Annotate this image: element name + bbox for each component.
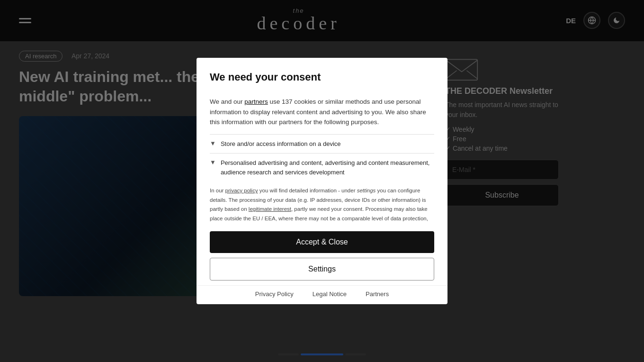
consent-toggle-1[interactable]: ▼ xyxy=(210,139,216,147)
partners-footer-link[interactable]: Partners xyxy=(366,290,389,298)
legitimate-interest-link[interactable]: legitimate interest xyxy=(249,206,291,212)
privacy-policy-link[interactable]: privacy policy xyxy=(225,188,258,193)
consent-toggle-2[interactable]: ▼ xyxy=(210,158,216,166)
modal-actions: Accept & Close Settings xyxy=(197,226,447,285)
consent-option-1: ▼ Store and/or access information on a d… xyxy=(210,134,434,154)
modal-legal-text: In our privacy policy you will find deta… xyxy=(210,186,434,226)
legal-notice-link[interactable]: Legal Notice xyxy=(313,290,347,298)
consent-option-2: ▼ Personalised advertising and content, … xyxy=(210,153,434,181)
consent-modal: We need your consent We and our partners… xyxy=(197,58,447,304)
privacy-policy-footer-link[interactable]: Privacy Policy xyxy=(255,290,294,298)
modal-footer: Privacy Policy Legal Notice Partners xyxy=(197,285,447,304)
partners-link[interactable]: partners xyxy=(244,98,268,105)
settings-button[interactable]: Settings xyxy=(210,258,434,281)
modal-intro: We and our partners use 137 cookies or s… xyxy=(210,97,434,127)
accept-close-button[interactable]: Accept & Close xyxy=(210,231,434,253)
modal-title: We need your consent xyxy=(210,71,434,83)
consent-label-1: Store and/or access information on a dev… xyxy=(221,139,341,149)
modal-body: We and our partners use 137 cookies or s… xyxy=(197,97,447,226)
modal-header: We need your consent xyxy=(197,58,447,97)
consent-label-2: Personalised advertising and content, ad… xyxy=(221,158,434,177)
